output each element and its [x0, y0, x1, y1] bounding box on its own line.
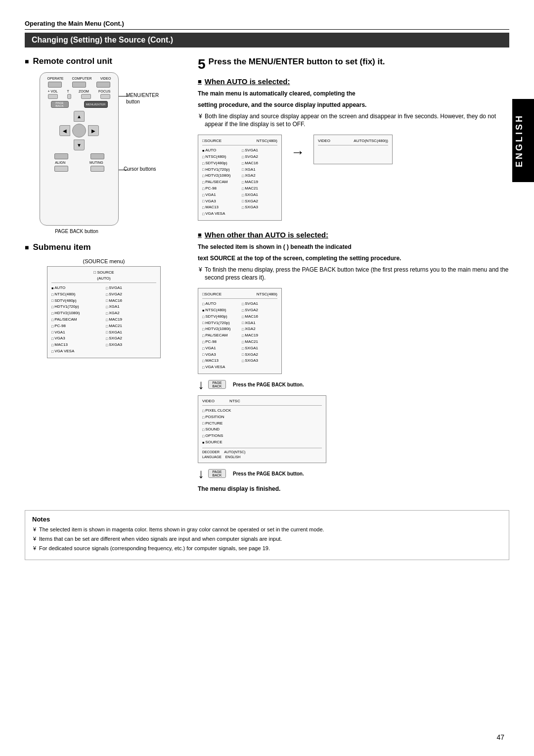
s3-pc98: PC-98 — [202, 339, 238, 345]
vol-label: + VOL — [48, 90, 58, 93]
s1-xga2: XGA2 — [242, 173, 277, 179]
s3-svga2: SVGA2 — [242, 307, 277, 314]
auto-arrow-right: → — [287, 144, 309, 160]
screen2-right: AUTO(NTSC(480i)) — [354, 138, 388, 144]
item-mac19: MAC19 — [106, 317, 156, 323]
press1-row: ↓ PAGEBACK Press the PAGE BACK button. — [198, 377, 509, 392]
submenu-section: Submenu item (SOURCE menu) □ SOURCE (AUT… — [25, 242, 183, 358]
step-number: 5 — [198, 56, 206, 72]
operate-label: OPERATE — [47, 77, 64, 80]
t-label: T — [67, 90, 69, 93]
item-sxga3: SXGA3 — [106, 342, 156, 348]
down-arrow-1: ↓ — [198, 377, 204, 392]
s1-auto: AUTO — [202, 147, 238, 154]
remote-wrapper: MENU/ENTERbutton Cursor buttons OPERATE … — [25, 72, 183, 235]
s3-sxga1: SXGA1 — [242, 345, 277, 352]
align-label: ALIGN — [55, 161, 65, 164]
s3-xga1: XGA1 — [242, 320, 277, 327]
left-col: Remote control unit MENU/ENTERbutton Cur… — [25, 56, 183, 500]
screen3-right: NTSC(480i) — [257, 291, 277, 297]
screen4-decoder: DECODER AUTO(NTSC) — [202, 450, 322, 455]
item-svga1: SVGA1 — [106, 285, 156, 291]
dpad-right[interactable]: ▶ — [88, 125, 99, 136]
submenu-right-col: SVGA1 SVGA2 MAC16 XGA1 XGA2 MAC19 MAC21 … — [106, 285, 156, 355]
focus-btn[interactable] — [100, 94, 110, 99]
section-banner: Changing (Setting) the Source (Cont.) — [25, 33, 509, 47]
page-back-btn-img-1: PAGEBACK — [208, 380, 226, 389]
operate-btn[interactable] — [48, 82, 62, 88]
item-hdtv1720p: HDTV1(720p) — [51, 304, 102, 310]
item-mac13: MAC13 — [51, 342, 102, 348]
s1-svga1: SVGA1 — [242, 147, 277, 154]
screen1-right: SVGA1 SVGA2 MAC16 XGA1 XGA2 MAC19 MAC21 … — [242, 147, 277, 217]
s1-hdtv2: HDTV2(1080i) — [202, 173, 238, 179]
screen4-bottom: DECODER AUTO(NTSC) LANGUAGE ENGLISH — [202, 448, 322, 460]
s3-mac16: MAC16 — [242, 314, 277, 320]
w-btn[interactable] — [67, 94, 71, 99]
screen1-title: □SOURCE NTSC(480i) — [202, 138, 277, 145]
s3-vga3: VGA3 — [202, 352, 238, 358]
page-container: Operating the Main Menu (Cont.) Changing… — [0, 0, 534, 756]
focus-label: FOCUS — [98, 90, 111, 93]
screen3-right-col: SVGA1 SVGA2 MAC16 XGA1 XGA2 MAC19 MAC21 … — [242, 301, 277, 371]
s1-xga1: XGA1 — [242, 167, 277, 173]
submenu-left-col: AUTO NTSC(480i) SDTV(480p) HDTV1(720p) H… — [51, 285, 102, 355]
video-btn[interactable] — [96, 82, 110, 88]
right-col: 5 Press the MENU/ENTER button to set (fi… — [198, 56, 509, 500]
s1-sxga1: SXGA1 — [242, 192, 277, 198]
notes-box: Notes The selected item is shown in mage… — [25, 510, 509, 560]
computer-btn[interactable] — [72, 82, 86, 88]
menu-enter-btn[interactable]: MENU/ENTER — [84, 101, 108, 108]
item-palsecam: PAL/SECAM — [51, 317, 102, 323]
freeze-btn[interactable] — [54, 153, 68, 159]
note-3: For dedicated source signals (correspond… — [39, 545, 502, 552]
zoom-btn[interactable] — [81, 94, 91, 99]
page-back-label: PAGE BACK button — [35, 229, 119, 234]
item-vga3: VGA3 — [51, 335, 102, 342]
source-icon: □ — [93, 270, 96, 275]
s3-hdtv2: HDTV2(1080i) — [202, 326, 238, 332]
zoom-label: ZOOM — [79, 90, 89, 93]
submenu-cols: AUTO NTSC(480i) SDTV(480p) HDTV1(720p) H… — [51, 285, 156, 355]
main-two-col: Remote control unit MENU/ENTERbutton Cur… — [25, 56, 509, 500]
s4-pixclk: PIXEL CLOCK — [202, 408, 322, 414]
s4-pic: PICTURE — [202, 421, 322, 427]
submenu-auto-label: (AUTO) — [97, 276, 110, 281]
blank-btn[interactable] — [90, 153, 104, 159]
menu-finished-label: The menu display is finished. — [198, 485, 509, 492]
when-other-bold1: The selected item is shown in ( ) beneat… — [198, 243, 509, 251]
vol-btn[interactable] — [48, 94, 58, 99]
s1-vga1: VGA1 — [202, 192, 238, 198]
s4-source: SOURCE — [202, 439, 322, 446]
english-sidebar: ENGLISH — [512, 99, 534, 182]
submenu-source-label: SOURCE — [97, 270, 114, 275]
s3-hdtv1: HDTV1(720p) — [202, 320, 238, 327]
note-1: The selected item is shown in magenta co… — [39, 526, 502, 533]
muting-btn[interactable] — [90, 166, 104, 172]
s3-ntsc: NTSC(480i) — [202, 307, 238, 314]
item-xga1: XGA1 — [106, 304, 156, 310]
s3-sxga3: SXGA3 — [242, 358, 277, 364]
item-sdtv480p: SDTV(480p) — [51, 298, 102, 304]
screen3-cols: AUTO NTSC(480i) SDTV(480p) HDTV1(720p) H… — [202, 301, 277, 371]
menu-enter-label: MENU/ENTERbutton — [126, 92, 176, 105]
page-back-small-btn[interactable]: PAGEBACK — [51, 101, 69, 108]
s3-vgavesa: VGA VESA — [202, 364, 238, 371]
screen2-diagram: VIDEO AUTO(NTSC(480i)) — [313, 135, 393, 164]
connector-line-1 — [118, 96, 128, 96]
dpad-down[interactable]: ▼ — [74, 140, 85, 150]
dpad-up[interactable]: ▲ — [74, 111, 85, 122]
align-btn[interactable] — [54, 166, 68, 172]
screen4-language: LANGUAGE ENGLISH — [202, 455, 322, 460]
s3-mac19: MAC19 — [242, 332, 277, 339]
when-other-title: When other than AUTO is selected: — [198, 231, 509, 239]
screen4-title-row: VIDEO NTSC — [202, 398, 322, 406]
screen4-right: NTSC — [229, 398, 240, 404]
s3-svga1: SVGA1 — [242, 301, 277, 307]
s1-sdtv: SDTV(480p) — [202, 160, 238, 167]
press1-label: Press the PAGE BACK button. — [233, 382, 304, 387]
s1-mac19: MAC19 — [242, 179, 277, 186]
s3-sxga2: SXGA2 — [242, 352, 277, 358]
s1-pal: PAL/SECAM — [202, 179, 238, 186]
dpad-left[interactable]: ◀ — [59, 125, 70, 136]
